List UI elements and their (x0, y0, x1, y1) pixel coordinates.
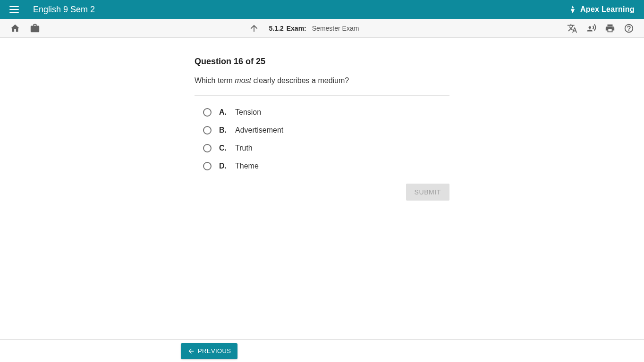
read-aloud-icon[interactable] (585, 23, 597, 34)
print-icon[interactable] (604, 23, 616, 34)
radio-icon[interactable] (203, 126, 212, 135)
exam-label: Exam: (287, 25, 306, 32)
answer-text: Advertisement (235, 126, 283, 135)
sub-bar: 5.1.2 Exam: Semester Exam (0, 19, 644, 38)
answer-letter: A. (219, 108, 228, 117)
brand-logo: Apex Learning (568, 5, 635, 14)
apex-logo-icon (568, 5, 577, 14)
question-progress: Question 16 of 25 (195, 57, 449, 67)
translate-icon[interactable] (567, 23, 578, 34)
menu-icon[interactable] (9, 6, 19, 13)
radio-icon[interactable] (203, 144, 212, 152)
question-prompt: Which term most clearly describes a medi… (195, 75, 449, 86)
answer-text: Theme (235, 162, 259, 170)
top-bar: English 9 Sem 2 Apex Learning (0, 0, 644, 19)
question-panel: Question 16 of 25 Which term most clearl… (190, 57, 454, 201)
course-title: English 9 Sem 2 (33, 5, 95, 15)
answer-option-d[interactable]: D. Theme (203, 162, 449, 170)
submit-button[interactable]: SUBMIT (406, 184, 450, 201)
answer-option-a[interactable]: A. Tension (203, 108, 449, 117)
divider (195, 95, 449, 96)
answer-letter: C. (219, 144, 228, 152)
prompt-em: most (235, 76, 251, 84)
home-icon[interactable] (9, 23, 21, 34)
answer-text: Truth (235, 144, 253, 152)
up-arrow-icon[interactable] (248, 23, 260, 34)
radio-icon[interactable] (203, 108, 212, 117)
exam-number: 5.1.2 (269, 25, 284, 32)
answer-letter: D. (219, 162, 228, 170)
prompt-prefix: Which term (195, 76, 235, 84)
brand-text: Apex Learning (580, 5, 635, 14)
radio-icon[interactable] (203, 162, 212, 170)
answer-option-c[interactable]: C. Truth (203, 144, 449, 152)
help-icon[interactable] (623, 23, 635, 34)
briefcase-icon[interactable] (29, 23, 41, 34)
prompt-suffix: clearly describes a medium? (251, 76, 349, 84)
exam-title: Semester Exam (312, 25, 359, 32)
answer-text: Tension (235, 108, 261, 117)
breadcrumb: 5.1.2 Exam: Semester Exam (41, 23, 567, 34)
answer-option-b[interactable]: B. Advertisement (203, 126, 449, 135)
answer-list: A. Tension B. Advertisement C. Truth D. … (195, 108, 449, 170)
answer-letter: B. (219, 126, 228, 135)
